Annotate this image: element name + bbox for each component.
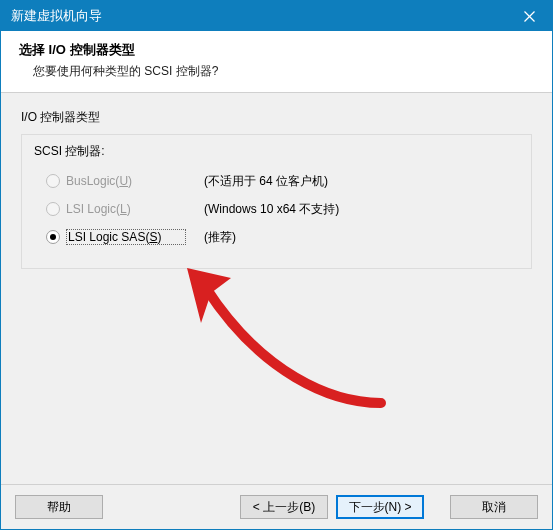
titlebar: 新建虚拟机向导: [1, 1, 552, 31]
wizard-content: I/O 控制器类型 SCSI 控制器: BusLogic(U) (不适用于 64…: [1, 93, 552, 484]
scsi-controller-group: SCSI 控制器: BusLogic(U) (不适用于 64 位客户机) LSI…: [21, 134, 532, 269]
radio-icon: [46, 202, 60, 216]
radio-label: LSI Logic(L): [66, 202, 186, 216]
radio-label: BusLogic(U): [66, 174, 186, 188]
radio-icon: [46, 174, 60, 188]
radio-option-buslogic: BusLogic(U) (不适用于 64 位客户机): [46, 170, 519, 192]
page-subtitle: 您要使用何种类型的 SCSI 控制器?: [33, 63, 534, 80]
back-button[interactable]: < 上一步(B): [240, 495, 328, 519]
group-legend: SCSI 控制器:: [34, 143, 519, 160]
page-title: 选择 I/O 控制器类型: [19, 41, 534, 59]
radio-option-lsilogic: LSI Logic(L) (Windows 10 x64 不支持): [46, 198, 519, 220]
group-label: I/O 控制器类型: [21, 109, 532, 126]
radio-label: LSI Logic SAS(S): [66, 229, 186, 245]
close-button[interactable]: [507, 1, 552, 31]
wizard-header: 选择 I/O 控制器类型 您要使用何种类型的 SCSI 控制器?: [1, 31, 552, 93]
radio-description: (Windows 10 x64 不支持): [204, 201, 339, 218]
wizard-footer: 帮助 < 上一步(B) 下一步(N) > 取消: [1, 484, 552, 529]
cancel-button[interactable]: 取消: [450, 495, 538, 519]
window-title: 新建虚拟机向导: [11, 7, 507, 25]
radio-description: (不适用于 64 位客户机): [204, 173, 328, 190]
help-button[interactable]: 帮助: [15, 495, 103, 519]
next-button[interactable]: 下一步(N) >: [336, 495, 424, 519]
radio-icon: [46, 230, 60, 244]
radio-option-lsilogic-sas[interactable]: LSI Logic SAS(S) (推荐): [46, 226, 519, 248]
radio-description: (推荐): [204, 229, 236, 246]
close-icon: [524, 11, 535, 22]
